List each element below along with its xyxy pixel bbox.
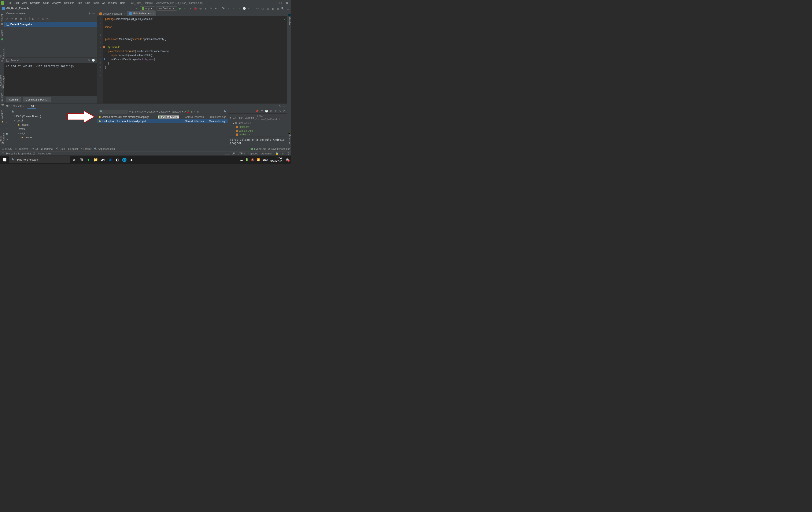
close-tab-icon[interactable]: × xyxy=(123,12,125,15)
tab-activity-main-xml[interactable]: activity_main.xml × xyxy=(97,11,127,16)
side-tab-gradle[interactable]: Gradle xyxy=(288,12,291,26)
menu-refactor[interactable]: Refactor xyxy=(63,1,75,4)
clock-icon[interactable]: 🕐 xyxy=(265,110,268,113)
git-commit-icon[interactable]: ✓ xyxy=(232,6,236,10)
cherry-pick-icon[interactable]: 🍒 xyxy=(187,110,190,113)
rollback-icon[interactable]: ↶ xyxy=(10,17,13,20)
filter-icon[interactable]: ▼ xyxy=(274,110,277,113)
git-rollback-icon[interactable]: ↶ xyxy=(248,6,251,10)
layout-validation-icon[interactable]: ◧ xyxy=(271,6,274,10)
smiley-icon[interactable]: ☺ xyxy=(282,152,284,155)
caret-position[interactable]: 1:1 xyxy=(225,152,229,155)
branch-filter[interactable]: Branch: All ▾ xyxy=(132,110,146,113)
group-icon[interactable]: ⊞ xyxy=(32,17,34,20)
project-name[interactable]: Git_Push_Example xyxy=(6,7,29,10)
attach-debugger-icon[interactable]: ⚙ xyxy=(209,6,212,10)
side-tab-project[interactable]: Project xyxy=(0,12,4,27)
code-content[interactable]: package com.example.git_push_example; im… xyxy=(104,16,287,104)
refresh-icon[interactable]: ⟳ xyxy=(6,17,8,20)
inspection-ok-icon[interactable]: ✓ xyxy=(283,18,286,21)
tray-chevron-icon[interactable]: ˄ xyxy=(236,158,238,161)
file-encoding[interactable]: UTF-8 xyxy=(238,152,245,155)
detail-project-row[interactable]: ▾ Git_Push_Example 12 files C:\Users\ghe… xyxy=(230,115,286,121)
search-everywhere-icon[interactable]: 🔍 xyxy=(281,6,285,10)
menu-build[interactable]: Build xyxy=(75,1,84,4)
commit-row-1[interactable]: First upload of a default Android projec… xyxy=(97,119,228,123)
run-icon[interactable]: ▶ xyxy=(178,6,182,10)
resource-manager-icon[interactable]: ◫ xyxy=(266,6,269,10)
menu-analyze[interactable]: Analyze xyxy=(51,1,63,4)
git-history-icon[interactable]: 🕐 xyxy=(242,6,246,10)
file-explorer-icon[interactable]: 📁 xyxy=(92,157,99,163)
taskbar-search[interactable]: 🔍 Type here to search xyxy=(9,157,70,163)
stop-icon[interactable]: ■ xyxy=(214,6,218,10)
side-tab-commit[interactable]: Commit xyxy=(0,27,4,42)
commit-button[interactable]: Commit xyxy=(6,97,21,102)
android-studio-taskbar-icon[interactable]: ▲ xyxy=(128,157,135,163)
diff-icon[interactable]: ⇄ xyxy=(15,17,17,20)
expand-icon[interactable]: ⇲ xyxy=(42,17,44,20)
bb-app-inspection[interactable]: 🔍 App Inspection xyxy=(94,147,115,150)
commit-message-input[interactable] xyxy=(4,63,97,96)
eclipse-icon[interactable]: ◐ xyxy=(114,157,120,163)
group-icon[interactable]: ⊞ xyxy=(270,110,272,113)
lock-icon[interactable]: 🔒 xyxy=(275,152,279,155)
paths-filter[interactable]: Paths: All ▾ xyxy=(171,110,183,113)
maximize-icon[interactable]: ▢ xyxy=(279,1,282,4)
user-avatar-icon[interactable]: ▢ xyxy=(286,6,290,10)
refresh-icon[interactable]: ⟳ xyxy=(6,138,8,141)
debug-icon[interactable]: 🐞 xyxy=(194,6,197,10)
task-view-icon[interactable]: ⊞ xyxy=(78,157,85,163)
add-icon[interactable]: + xyxy=(6,115,8,118)
pause-icon[interactable]: ⏸ xyxy=(220,110,223,113)
amend-checkbox[interactable] xyxy=(6,59,9,62)
run-config-select[interactable]: app ▼ xyxy=(140,6,155,10)
minimize-icon[interactable]: — xyxy=(272,1,275,4)
find-icon[interactable]: 🔍 xyxy=(224,110,227,113)
show-diff-icon[interactable]: 👁 xyxy=(37,17,39,20)
menu-navigate[interactable]: Navigate xyxy=(29,1,42,4)
commit-and-push-button[interactable]: Commit and Push... xyxy=(23,97,51,102)
detail-idea-folder[interactable]: ▾ .idea 4 files xyxy=(230,121,286,125)
bb-todo[interactable]: ☰ TODO xyxy=(2,147,12,150)
battery-icon[interactable]: 🔋 xyxy=(245,158,249,161)
side-tab-favorites[interactable]: ★Favorites xyxy=(0,108,4,125)
pin-icon[interactable]: 📌 xyxy=(256,110,259,113)
local-master-row[interactable]: 🏷master xyxy=(10,123,97,127)
cortana-icon[interactable]: ○ xyxy=(70,157,78,163)
bb-event-log[interactable]: 3 Event Log xyxy=(251,147,266,150)
detail-file-compiler[interactable]: compiler.xml xyxy=(230,129,286,133)
side-tab-pull-requests[interactable]: ⇅Pull Requests xyxy=(0,43,5,64)
bb-profiler[interactable]: ∿ Profiler xyxy=(81,147,92,150)
sdk-manager-icon[interactable]: ▢ xyxy=(261,6,264,10)
code-editor[interactable]: ✓ 12 34 5 6 7 8 9 10 1112 1314 package c… xyxy=(97,16,287,104)
menu-window[interactable]: Window xyxy=(107,1,119,4)
spotify-icon[interactable]: ● xyxy=(85,157,92,163)
menu-run[interactable]: Run xyxy=(84,1,92,4)
expand-icon[interactable]: ⇲ xyxy=(279,110,281,113)
indent-settings[interactable]: 4 spaces xyxy=(248,152,258,155)
side-tab-emulator[interactable]: 📱Emulator xyxy=(288,130,291,146)
delete-branch-icon[interactable]: － xyxy=(6,126,8,130)
override-gutter-icon[interactable] xyxy=(104,58,105,60)
log-search-input[interactable] xyxy=(98,110,128,114)
run-gutter-icon[interactable] xyxy=(103,46,105,48)
apply-code-icon[interactable]: ≡ xyxy=(188,6,192,10)
device-manager-icon[interactable]: ▦ xyxy=(276,6,280,10)
action-center-icon[interactable]: 💬4 xyxy=(286,158,289,161)
sync-gradle-icon[interactable]: ↘ xyxy=(135,6,139,10)
close-tab-icon[interactable]: × xyxy=(153,12,154,15)
detail-file-gradle[interactable]: gradle.xml xyxy=(230,133,286,136)
gear-icon[interactable]: ⚙ xyxy=(279,105,281,108)
menu-view[interactable]: View xyxy=(20,1,29,4)
git-update-icon[interactable]: ✓ xyxy=(227,6,231,10)
git-tab-console[interactable]: Console× xyxy=(11,104,27,108)
side-tab-resource-manager[interactable]: ◧Resource Manager xyxy=(0,64,5,91)
intellisort-icon[interactable]: ⇅ xyxy=(191,110,193,113)
commit-row-0[interactable]: Upload of vcs.xml with directory mapping… xyxy=(97,115,228,119)
go-to-hash-icon[interactable]: ⎘ xyxy=(197,110,199,113)
avd-manager-icon[interactable]: ▭ xyxy=(256,6,259,10)
regex-icon[interactable]: ✲ xyxy=(129,110,131,113)
close-icon[interactable]: ✕ xyxy=(286,1,288,4)
git-branch-status[interactable]: ⎇ master xyxy=(261,152,272,155)
